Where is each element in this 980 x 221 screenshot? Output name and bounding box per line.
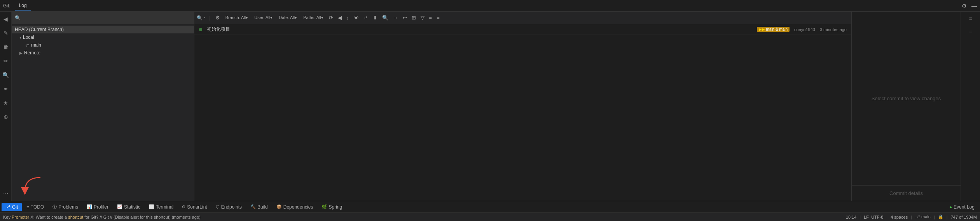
branch-head[interactable]: HEAD (Current Branch) (12, 26, 194, 33)
sidebar-pen-icon[interactable]: ✒ (2, 85, 10, 93)
tab-git[interactable]: ⎇ Git (2, 203, 22, 211)
commit-tags: ▶▶ main & main (757, 27, 790, 32)
search2-icon[interactable]: 🔍 (381, 14, 389, 21)
back-icon[interactable]: ◀ (337, 14, 342, 21)
branch-panel: 🔍 HEAD (Current Branch) ▾ Local 🏷 main ▶… (12, 12, 194, 201)
branch-search-bar[interactable]: 🔍 (12, 12, 194, 24)
event-log-label: Event Log (954, 204, 975, 210)
undo-icon[interactable]: ⤶ (363, 14, 369, 21)
todo-tab-icon: ≡ (26, 205, 29, 209)
sep1: | (210, 15, 211, 21)
sidebar-more-icon[interactable]: ⋯ (2, 189, 10, 198)
commit-row[interactable]: 初始化项目 ▶▶ main & main cunyu1943 3 minutes… (194, 24, 851, 35)
notification-bar: Key Promoter X: Want to create a shortcu… (0, 212, 980, 221)
sidebar-back-icon[interactable]: ◀ (2, 15, 10, 23)
status-time: 18:14 (846, 215, 857, 219)
statistic-tab-icon: 📈 (117, 204, 122, 209)
eye-icon[interactable]: 👁 (353, 14, 360, 21)
forward-icon[interactable]: → (392, 14, 399, 21)
main-label: main (31, 42, 41, 48)
of-text: of (959, 215, 963, 219)
list1-icon[interactable]: ≡ (428, 14, 433, 21)
status-spaces: 4 spaces (891, 215, 908, 219)
sidebar-star-icon[interactable]: ★ (2, 99, 10, 107)
statistic-tab-label: Statistic (124, 204, 140, 210)
problems-tab-label: Problems (58, 204, 78, 210)
far-right-list1[interactable]: ≡ (966, 14, 975, 23)
date-filter[interactable]: Date: All▾ (277, 14, 299, 21)
local-label: Local (23, 35, 34, 40)
details-placeholder: Select commit to view changes (852, 12, 961, 185)
tab-spring[interactable]: 🌿 Spring (318, 203, 346, 211)
tab-todo[interactable]: ≡ TODO (23, 203, 48, 211)
profiler-tab-label: Profiler (94, 204, 108, 210)
expand-local-icon: ▾ (19, 35, 21, 40)
tag-icon-arrow: ▶▶ (759, 27, 765, 31)
git-tab-icon: ⎇ (5, 204, 10, 209)
notif-msg1: X: Want to create a (30, 215, 68, 219)
window-controls: ⚙ — (962, 3, 977, 9)
refresh-icon[interactable]: ⟳ (328, 14, 334, 21)
endpoints-tab-icon: ⬡ (216, 204, 220, 209)
tab-dependencies[interactable]: 📦 Dependencies (273, 203, 317, 211)
minimize-icon[interactable]: — (971, 3, 977, 9)
sidebar-delete-icon[interactable]: 🗑 (2, 43, 10, 51)
tab-profiler[interactable]: 📊 Profiler (83, 203, 112, 211)
settings-icon[interactable]: ⚙ (962, 3, 967, 9)
branch-item-main[interactable]: 🏷 main (12, 41, 194, 49)
profiler-tab-icon: 📊 (87, 204, 92, 209)
toolbar-search[interactable]: 🔍 • (197, 15, 206, 21)
branch-filter[interactable]: Branch: All▾ (224, 14, 250, 21)
build-tab-icon: 🔨 (250, 204, 256, 209)
tab-statistic[interactable]: 📈 Statistic (113, 203, 144, 211)
list2-icon[interactable]: ≡ (436, 14, 440, 21)
paths-filter[interactable]: Paths: All▾ (302, 14, 325, 21)
main-area: ◀ ✎ 🗑 ✏ 🔍 ✒ ★ ⊕ ⋯ 🔍 HEAD (Current Branch… (0, 12, 980, 201)
sort-icon[interactable]: ↕ (346, 14, 350, 21)
grid-icon[interactable]: ⊞ (411, 14, 417, 21)
branch-section-local[interactable]: ▾ Local (12, 33, 194, 41)
commit-list: 初始化项目 ▶▶ main & main cunyu1943 3 minutes… (194, 24, 851, 201)
shortcut-text: shortcut (68, 215, 83, 219)
tab-terminal[interactable]: ⬜ Terminal (145, 203, 177, 211)
spring-tab-label: Spring (328, 204, 342, 210)
left-sidebar: ◀ ✎ 🗑 ✏ 🔍 ✒ ★ ⊕ ⋯ (0, 12, 12, 201)
far-right-list2[interactable]: ≡ (966, 27, 975, 37)
commit-dot (199, 28, 202, 31)
commit-time: 3 minutes ago (820, 27, 847, 32)
status-sep4: | (934, 215, 935, 219)
sidebar-pencil-icon[interactable]: ✏ (2, 57, 10, 65)
sonarlint-tab-icon: ⊘ (182, 204, 185, 209)
tab-event-log[interactable]: ● Event Log (945, 203, 978, 211)
sonarlint-tab-label: SonarLint (187, 204, 207, 210)
dependencies-tab-icon: 📦 (276, 204, 282, 209)
toolbar-dots: • (204, 16, 206, 20)
terminal-tab-label: Terminal (156, 204, 173, 210)
status-branch: ⎇ main (915, 214, 931, 219)
gear-toolbar-icon[interactable]: ⚙ (215, 14, 221, 21)
tab-problems[interactable]: ⓘ Problems (49, 202, 82, 211)
expand-remote-icon: ▶ (19, 51, 23, 55)
user-filter[interactable]: User: All▾ (253, 14, 274, 21)
pause-icon[interactable]: ⏸ (372, 14, 378, 21)
sidebar-search-icon[interactable]: 🔍 (2, 71, 10, 79)
filter-icon[interactable]: ▽ (420, 14, 425, 21)
notification-text: Key Promoter X: Want to create a shortcu… (3, 215, 846, 219)
title-bar: Git: Log ⚙ — (0, 0, 980, 12)
tab-endpoints[interactable]: ⬡ Endpoints (212, 203, 246, 211)
tab-sonarlint[interactable]: ⊘ SonarLint (178, 203, 211, 211)
replay-icon[interactable]: ↩ (402, 14, 408, 21)
commit-toolbar: 🔍 • | ⚙ Branch: All▾ User: All▾ Date: Al… (194, 12, 851, 24)
status-sep: | (859, 215, 861, 219)
sidebar-edit-icon[interactable]: ✎ (2, 29, 10, 37)
tab-build[interactable]: 🔨 Build (246, 203, 272, 211)
branch-search-input[interactable] (23, 15, 191, 21)
build-tab-label: Build (257, 204, 268, 210)
tab-log[interactable]: Log (15, 1, 31, 10)
sidebar-plus-icon[interactable]: ⊕ (2, 113, 10, 121)
tag-icon: 🏷 (26, 43, 30, 47)
problems-tab-icon: ⓘ (52, 204, 57, 210)
promoter-text: Promoter (12, 215, 29, 219)
status-sep2: | (886, 215, 887, 219)
branch-section-remote[interactable]: ▶ Remote (12, 49, 194, 57)
